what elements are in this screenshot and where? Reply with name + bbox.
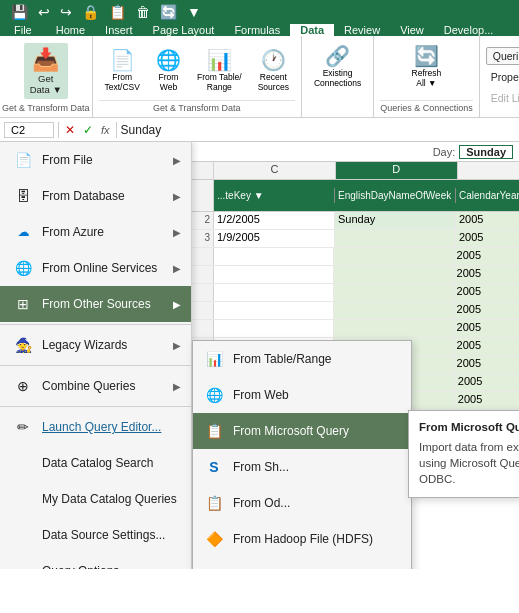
day-label-text: Day: — [433, 146, 456, 158]
data-catalog-search-item[interactable]: Data Catalog Search — [0, 445, 191, 481]
from-table-range-button[interactable]: 📊 From Table/Range — [191, 44, 248, 96]
queries-connections-label: Queries & Connections — [380, 100, 473, 113]
submenu-sharepoint[interactable]: S From Sh... — [193, 449, 411, 485]
odata-label: From Od... — [233, 496, 401, 510]
data-row-1[interactable]: 2 1/2/2005 Sunday 2005 — [192, 212, 519, 230]
database-icon: 🗄 — [12, 187, 34, 205]
launch-query-editor-item[interactable]: ✏ Launch Query Editor... — [0, 409, 191, 445]
hadoop-label: From Hadoop File (HDFS) — [233, 532, 401, 546]
from-online-services-arrow: ▶ — [173, 263, 181, 274]
from-azure-label: From Azure — [42, 225, 165, 239]
legacy-wizards-item[interactable]: 🧙 Legacy Wizards ▶ — [0, 327, 191, 363]
get-transform-label: Get & Transform Data — [2, 101, 90, 113]
file-icon: 📄 — [12, 151, 34, 169]
formula-input[interactable] — [121, 123, 515, 137]
tab-review[interactable]: Review — [334, 24, 390, 36]
submenu-table-range[interactable]: 📊 From Table/Range — [193, 341, 411, 377]
copy-icon[interactable]: 📋 — [106, 2, 129, 22]
column-headers: C D — [192, 162, 519, 180]
cell-r2c3[interactable]: 1/2/2005 — [214, 212, 335, 229]
sharepoint-label: From Sh... — [233, 460, 401, 474]
from-other-sources-item[interactable]: ⊞ From Other Sources ▶ — [0, 286, 191, 322]
wizard-icon: 🧙 — [12, 336, 34, 354]
from-text-csv-button[interactable]: 📄 FromText/CSV — [99, 44, 146, 96]
from-other-sources-arrow: ▶ — [173, 299, 181, 310]
redo-icon[interactable]: ↪ — [57, 2, 75, 22]
submenu-from-web[interactable]: 🌐 From Web — [193, 377, 411, 413]
col-dayname: EnglishDayNameOfWeek ▼ — [335, 188, 456, 203]
refresh-icon[interactable]: 🔄 — [157, 2, 180, 22]
day-value: Sunday — [459, 145, 513, 159]
delete-icon[interactable]: 🗑 — [133, 2, 153, 22]
queries-connections-button[interactable]: Queries & Connections — [486, 47, 519, 65]
from-azure-item[interactable]: ☁ From Azure ▶ — [0, 214, 191, 250]
save-icon[interactable]: 💾 — [8, 2, 31, 22]
from-database-item[interactable]: 🗄 From Database ▶ — [0, 178, 191, 214]
lock-icon[interactable]: 🔒 — [79, 2, 102, 22]
tab-file[interactable]: File — [0, 24, 46, 36]
data-row-2: 3 1/9/2005 2005 — [192, 230, 519, 248]
tab-formulas[interactable]: Formulas — [224, 24, 290, 36]
from-online-services-label: From Online Services — [42, 261, 165, 275]
data-catalog-search-label: Data Catalog Search — [42, 456, 181, 470]
data-row-5: 2005 — [192, 284, 519, 302]
from-file-item[interactable]: 📄 From File ▶ — [0, 142, 191, 178]
ms-query-label: From Microsoft Query — [233, 424, 401, 438]
cell-r2c4[interactable]: Sunday — [335, 212, 456, 229]
ad-icon: 👥 — [203, 566, 225, 569]
legacy-wizards-arrow: ▶ — [173, 340, 181, 351]
get-data-button[interactable]: 📥 Get Data ▼ — [24, 43, 68, 99]
edit-links-button[interactable]: Edit Links — [486, 89, 519, 107]
existing-connections-button[interactable]: 🔗 ExistingConnections — [308, 40, 367, 92]
data-row-6: 2005 — [192, 302, 519, 320]
data-source-settings-item[interactable]: Data Source Settings... — [0, 517, 191, 553]
cell-r3c5[interactable]: 2005 — [456, 230, 519, 247]
combine-queries-arrow: ▶ — [173, 381, 181, 392]
tab-home[interactable]: Home — [46, 24, 95, 36]
submenu-hadoop[interactable]: 🔶 From Hadoop File (HDFS) — [193, 521, 411, 557]
tab-data[interactable]: Data — [290, 24, 334, 36]
online-services-icon: 🌐 — [12, 259, 34, 277]
recent-sources-button[interactable]: 🕐 RecentSources — [252, 44, 295, 96]
from-azure-arrow: ▶ — [173, 227, 181, 238]
from-online-services-item[interactable]: 🌐 From Online Services ▶ — [0, 250, 191, 286]
qat-more-icon[interactable]: ▼ — [184, 2, 204, 22]
grid-header-row: ...teKey ▼ EnglishDayNameOfWeek ▼ Calend… — [192, 180, 519, 212]
cancel-formula-icon[interactable]: ✕ — [63, 121, 77, 139]
confirm-formula-icon[interactable]: ✓ — [81, 121, 95, 139]
my-data-catalog-item[interactable]: My Data Catalog Queries — [0, 481, 191, 517]
undo-icon[interactable]: ↩ — [35, 2, 53, 22]
tab-insert[interactable]: Insert — [95, 24, 143, 36]
tab-developer[interactable]: Develop... — [434, 24, 504, 36]
catalog-search-icon — [12, 454, 34, 472]
cell-r2c5[interactable]: 2005 — [456, 212, 519, 229]
refresh-all-button[interactable]: 🔄 RefreshAll ▼ — [404, 40, 448, 92]
tab-page-layout[interactable]: Page Layout — [143, 24, 225, 36]
from-web-label: From Web — [233, 388, 401, 402]
launch-query-editor-label: Launch Query Editor... — [42, 420, 181, 434]
submenu-microsoft-query[interactable]: 📋 From Microsoft Query — [193, 413, 411, 449]
submenu-odata[interactable]: 📋 From Od... — [193, 485, 411, 521]
data-source-settings-label: Data Source Settings... — [42, 528, 181, 542]
col-header-d[interactable]: D — [336, 162, 458, 179]
get-data-dropdown: 📄 From File ▶ 🗄 From Database ▶ ☁ From A… — [0, 142, 192, 569]
cell-r3c3[interactable]: 1/9/2005 — [214, 230, 335, 247]
separator-2 — [0, 365, 191, 366]
from-web-button[interactable]: 🌐 FromWeb — [150, 44, 187, 96]
col-tekey: ...teKey ▼ — [214, 188, 335, 203]
insert-function-icon[interactable]: fx — [99, 122, 112, 138]
ad-label: From Active Directory — [233, 568, 401, 569]
combine-queries-item[interactable]: ⊕ Combine Queries ▶ — [0, 368, 191, 404]
hadoop-icon: 🔶 — [203, 530, 225, 548]
submenu-active-directory[interactable]: 👥 From Active Directory — [193, 557, 411, 569]
table-range-label: From Table/Range — [233, 352, 401, 366]
cell-reference[interactable]: C2 — [4, 122, 54, 138]
cell-r3c4[interactable] — [335, 230, 456, 247]
from-file-label: From File — [42, 153, 165, 167]
tab-view[interactable]: View — [390, 24, 434, 36]
my-catalog-icon — [12, 490, 34, 508]
query-options-item[interactable]: Query Options — [0, 553, 191, 569]
query-options-label: Query Options — [42, 564, 181, 569]
get-transform-label2: Get & Transform Data — [99, 100, 295, 113]
properties-button[interactable]: Properties — [486, 68, 519, 86]
